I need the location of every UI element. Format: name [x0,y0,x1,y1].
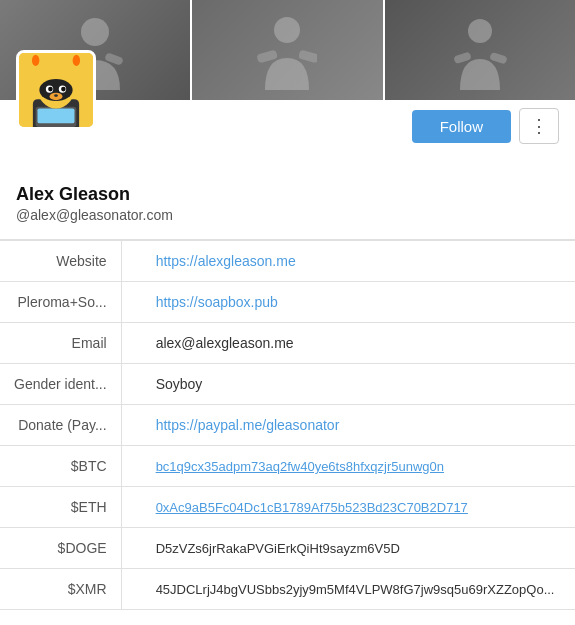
profile-fields: Websitehttps://alexgleason.mePleroma+So.… [0,240,575,610]
avatar [16,50,96,130]
svg-point-6 [468,19,492,43]
follow-button[interactable]: Follow [412,110,511,143]
field-label: Pleroma+So... [0,282,121,323]
field-text-mono: D5zVZs6jrRakaPVGiErkQiHt9sayzm6V5D [136,541,400,556]
field-value[interactable]: https://alexgleason.me [121,241,575,282]
field-value: D5zVZs6jrRakaPVGiErkQiHt9sayzm6V5D [121,528,575,569]
svg-point-16 [32,55,39,66]
svg-point-21 [48,87,53,92]
field-label: Donate (Pay... [0,405,121,446]
profile-info: Alex Gleason @alex@gleasonator.com [16,184,559,223]
field-link[interactable]: https://soapbox.pub [136,294,278,310]
field-row: Donate (Pay...https://paypal.me/gleasona… [0,405,575,446]
field-link[interactable]: https://alexgleason.me [136,253,296,269]
field-row: $DOGED5zVZs6jrRakaPVGiErkQiHt9sayzm6V5D [0,528,575,569]
field-value: alex@alexgleason.me [121,323,575,364]
field-link-mono[interactable]: 0xAc9aB5Fc04Dc1cB1789Af75b523Bd23C70B2D7… [136,500,468,515]
field-label: $ETH [0,487,121,528]
field-label: Email [0,323,121,364]
field-value[interactable]: https://soapbox.pub [121,282,575,323]
svg-rect-7 [453,51,472,64]
field-row: Emailalex@alexgleason.me [0,323,575,364]
field-label: Gender ident... [0,364,121,405]
field-label: $DOGE [0,528,121,569]
svg-point-24 [54,94,58,97]
field-value[interactable]: 0xAc9aB5Fc04Dc1cB1789Af75b523Bd23C70B2D7… [121,487,575,528]
cover-photo-2 [190,0,382,100]
field-value: Soyboy [121,364,575,405]
field-row: Pleroma+So...https://soapbox.pub [0,282,575,323]
field-value: 45JDCLrjJ4bgVUSbbs2yjy9m5Mf4VLPW8fG7jw9s… [121,569,575,610]
cover-silhouette-3 [450,10,510,90]
more-options-button[interactable]: ⋮ [519,108,559,144]
field-text-mono: 45JDCLrjJ4bgVUSbbs2yjy9m5Mf4VLPW8fG7jw9s… [136,582,555,597]
cover-silhouette-2 [257,10,317,90]
field-label: Website [0,241,121,282]
field-row: $ETH0xAc9aB5Fc04Dc1cB1789Af75b523Bd23C70… [0,487,575,528]
profile-section: Follow ⋮ Alex Gleason @alex@gleasonator.… [0,100,575,240]
field-text: Soyboy [136,376,203,392]
svg-point-0 [81,18,109,46]
field-link[interactable]: https://paypal.me/gleasonator [136,417,340,433]
field-value[interactable]: bc1q9cx35adpm73aq2fw40ye6ts8hfxqzjr5unwg… [121,446,575,487]
svg-rect-8 [489,52,508,65]
field-row: Gender ident...Soyboy [0,364,575,405]
svg-point-3 [274,17,300,43]
field-label: $XMR [0,569,121,610]
field-link-mono[interactable]: bc1q9cx35adpm73aq2fw40ye6ts8hfxqzjr5unwg… [136,459,444,474]
profile-actions: Follow ⋮ [16,100,559,144]
field-text: alex@alexgleason.me [136,335,294,351]
field-value[interactable]: https://paypal.me/gleasonator [121,405,575,446]
field-row: $BTCbc1q9cx35adpm73aq2fw40ye6ts8hfxqzjr5… [0,446,575,487]
display-name: Alex Gleason [16,184,559,205]
handle: @alex@gleasonator.com [16,207,559,223]
field-row: $XMR45JDCLrjJ4bgVUSbbs2yjy9m5Mf4VLPW8fG7… [0,569,575,610]
field-row: Websitehttps://alexgleason.me [0,241,575,282]
avatar-image [19,53,93,127]
cover-photo-3 [383,0,575,100]
svg-rect-12 [38,109,75,124]
svg-rect-4 [257,50,278,64]
field-label: $BTC [0,446,121,487]
avatar-container [16,50,96,130]
svg-point-17 [73,55,80,66]
svg-rect-5 [299,50,318,64]
svg-point-22 [61,87,66,92]
